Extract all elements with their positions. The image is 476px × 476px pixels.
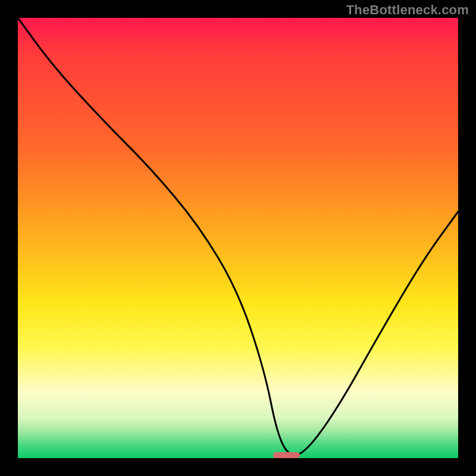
bottleneck-curve xyxy=(18,18,458,455)
watermark-text: TheBottleneck.com xyxy=(346,2,469,18)
chart-container: TheBottleneck.com xyxy=(0,0,476,476)
plot-area xyxy=(18,18,458,458)
optimum-marker xyxy=(273,452,299,458)
curve-svg xyxy=(18,18,458,458)
